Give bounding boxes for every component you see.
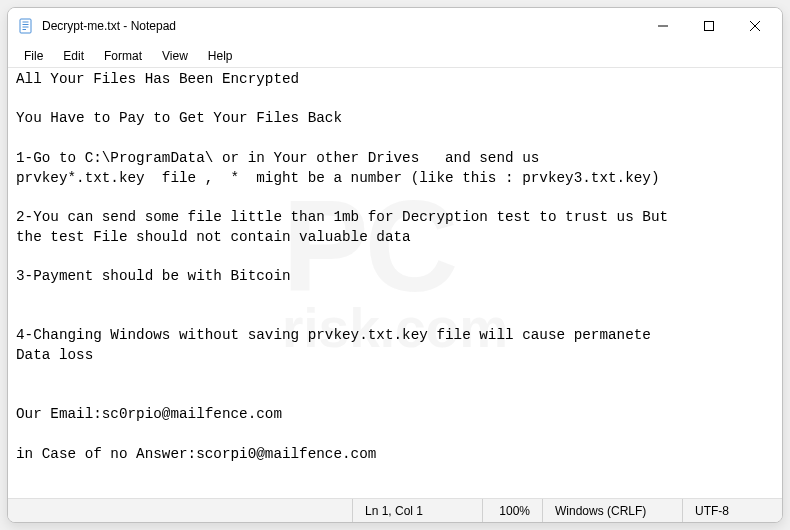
menu-file[interactable]: File: [14, 46, 53, 66]
menu-view[interactable]: View: [152, 46, 198, 66]
svg-rect-6: [705, 22, 714, 31]
text-area[interactable]: All Your Files Has Been Encrypted You Ha…: [8, 68, 782, 498]
notepad-window: PCrisk.com Decrypt-me.txt - Notepad: [7, 7, 783, 523]
maximize-button[interactable]: [686, 10, 732, 42]
notepad-icon: [18, 18, 34, 34]
status-spacer: [8, 499, 352, 522]
minimize-button[interactable]: [640, 10, 686, 42]
window-controls: [640, 10, 778, 42]
status-encoding: UTF-8: [682, 499, 782, 522]
svg-rect-0: [20, 19, 31, 33]
menu-format[interactable]: Format: [94, 46, 152, 66]
menu-help[interactable]: Help: [198, 46, 243, 66]
status-line-ending: Windows (CRLF): [542, 499, 682, 522]
status-cursor: Ln 1, Col 1: [352, 499, 482, 522]
statusbar: Ln 1, Col 1 100% Windows (CRLF) UTF-8: [8, 498, 782, 522]
menubar: File Edit Format View Help: [8, 44, 782, 68]
menu-edit[interactable]: Edit: [53, 46, 94, 66]
titlebar[interactable]: Decrypt-me.txt - Notepad: [8, 8, 782, 44]
window-title: Decrypt-me.txt - Notepad: [42, 19, 640, 33]
status-zoom: 100%: [482, 499, 542, 522]
close-button[interactable]: [732, 10, 778, 42]
